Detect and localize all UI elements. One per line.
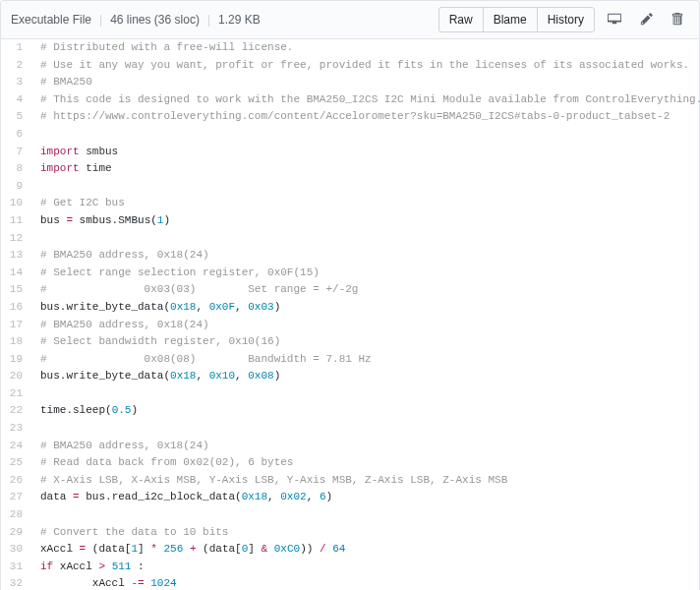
line-content: xAccl = (data[1] * 256 + (data[0] & 0xC0… bbox=[32, 541, 700, 559]
line-number[interactable]: 29 bbox=[1, 524, 32, 542]
line-content: # 0x08(08) Bandwidth = 7.81 Hz bbox=[32, 351, 700, 369]
file-header: Executable File | 46 lines (36 sloc) | 1… bbox=[0, 0, 700, 39]
line-content: # 0x03(03) Set range = +/-2g bbox=[32, 281, 700, 299]
line-number[interactable]: 7 bbox=[1, 144, 32, 161]
pencil-icon bbox=[640, 12, 654, 29]
line-number[interactable]: 6 bbox=[1, 126, 32, 144]
line-content: # Distributed with a free-will license. bbox=[32, 39, 700, 57]
edit-button[interactable] bbox=[634, 9, 660, 31]
trash-icon bbox=[671, 12, 683, 29]
code-line: 23 bbox=[1, 420, 700, 438]
executable-label: Executable File bbox=[11, 13, 91, 27]
line-number[interactable]: 30 bbox=[1, 541, 32, 559]
code-line: 1# Distributed with a free-will license. bbox=[1, 39, 700, 57]
code-line: 12 bbox=[1, 230, 700, 248]
line-number[interactable]: 13 bbox=[1, 247, 32, 265]
line-number[interactable]: 2 bbox=[1, 57, 32, 75]
line-content: if xAccl > 511 : bbox=[32, 559, 700, 576]
desktop-icon bbox=[607, 12, 622, 29]
code-line: 28 bbox=[1, 506, 700, 524]
line-number[interactable]: 26 bbox=[1, 472, 32, 490]
code-line: 6 bbox=[1, 126, 700, 144]
line-number[interactable]: 20 bbox=[1, 368, 32, 385]
line-number[interactable]: 19 bbox=[1, 351, 32, 369]
line-content: # Select bandwidth register, 0x10(16) bbox=[32, 333, 700, 351]
code-line: 17# BMA250 address, 0x18(24) bbox=[1, 317, 700, 334]
size-label: 1.29 KB bbox=[218, 13, 261, 27]
code-line: 31if xAccl > 511 : bbox=[1, 559, 700, 576]
line-number[interactable]: 4 bbox=[1, 91, 32, 109]
code-line: 13# BMA250 address, 0x18(24) bbox=[1, 247, 700, 265]
line-content: # BMA250 address, 0x18(24) bbox=[32, 438, 700, 455]
line-number[interactable]: 18 bbox=[1, 333, 32, 351]
blame-button[interactable]: Blame bbox=[483, 7, 538, 32]
line-content: import time bbox=[32, 160, 700, 178]
code-line: 30xAccl = (data[1] * 256 + (data[0] & 0x… bbox=[1, 541, 700, 559]
line-content bbox=[32, 126, 700, 144]
line-number[interactable]: 12 bbox=[1, 230, 32, 248]
code-line: 25# Read data back from 0x02(02), 6 byte… bbox=[1, 454, 700, 472]
line-number[interactable]: 24 bbox=[1, 438, 32, 455]
line-content: # Get I2C bus bbox=[32, 195, 700, 212]
code-line: 18# Select bandwidth register, 0x10(16) bbox=[1, 333, 700, 351]
line-content: # Select range selection register, 0x0F(… bbox=[32, 265, 700, 282]
code-line: 20bus.write_byte_data(0x18, 0x10, 0x08) bbox=[1, 368, 700, 385]
code-line: 22time.sleep(0.5) bbox=[1, 402, 700, 420]
line-number[interactable]: 32 bbox=[1, 575, 32, 590]
code-line: 19# 0x08(08) Bandwidth = 7.81 Hz bbox=[1, 351, 700, 369]
line-content: bus.write_byte_data(0x18, 0x10, 0x08) bbox=[32, 368, 700, 385]
line-number[interactable]: 3 bbox=[1, 74, 32, 91]
line-number[interactable]: 15 bbox=[1, 281, 32, 299]
line-number[interactable]: 5 bbox=[1, 108, 32, 126]
divider: | bbox=[207, 13, 210, 27]
code-line: 14# Select range selection register, 0x0… bbox=[1, 265, 700, 282]
code-line: 5# https://www.controleverything.com/con… bbox=[1, 108, 700, 126]
file-info: Executable File | 46 lines (36 sloc) | 1… bbox=[11, 13, 261, 27]
code-line: 16bus.write_byte_data(0x18, 0x0F, 0x03) bbox=[1, 299, 700, 317]
line-content: # https://www.controleverything.com/cont… bbox=[32, 108, 700, 126]
line-number[interactable]: 21 bbox=[1, 385, 32, 403]
line-content: bus.write_byte_data(0x18, 0x0F, 0x03) bbox=[32, 299, 700, 317]
code-line: 29# Convert the data to 10 bits bbox=[1, 524, 700, 542]
line-content: # X-Axis LSB, X-Axis MSB, Y-Axis LSB, Y-… bbox=[32, 472, 700, 490]
code-line: 7import smbus bbox=[1, 144, 700, 161]
line-number[interactable]: 8 bbox=[1, 160, 32, 178]
line-number[interactable]: 16 bbox=[1, 299, 32, 317]
line-content bbox=[32, 230, 700, 248]
line-number[interactable]: 27 bbox=[1, 489, 32, 506]
line-number[interactable]: 1 bbox=[1, 39, 32, 57]
line-content bbox=[32, 178, 700, 196]
code-line: 2# Use it any way you want, profit or fr… bbox=[1, 57, 700, 75]
code-line: 3# BMA250 bbox=[1, 74, 700, 91]
line-number[interactable]: 14 bbox=[1, 265, 32, 282]
code-line: 27data = bus.read_i2c_block_data(0x18, 0… bbox=[1, 489, 700, 506]
code-line: 11bus = smbus.SMBus(1) bbox=[1, 212, 700, 230]
code-line: 9 bbox=[1, 178, 700, 196]
line-number[interactable]: 17 bbox=[1, 317, 32, 334]
delete-button[interactable] bbox=[666, 9, 689, 31]
line-content: # BMA250 address, 0x18(24) bbox=[32, 317, 700, 334]
line-number[interactable]: 9 bbox=[1, 178, 32, 196]
raw-button[interactable]: Raw bbox=[438, 7, 484, 32]
line-number[interactable]: 28 bbox=[1, 506, 32, 524]
code-line: 24# BMA250 address, 0x18(24) bbox=[1, 438, 700, 455]
code-line: 8import time bbox=[1, 160, 700, 178]
desktop-button[interactable] bbox=[601, 9, 628, 31]
code-line: 4# This code is designed to work with th… bbox=[1, 91, 700, 109]
line-content bbox=[32, 385, 700, 403]
line-number[interactable]: 31 bbox=[1, 559, 32, 576]
line-content: # Convert the data to 10 bits bbox=[32, 524, 700, 542]
line-number[interactable]: 10 bbox=[1, 195, 32, 212]
line-number[interactable]: 23 bbox=[1, 420, 32, 438]
line-content: # Read data back from 0x02(02), 6 bytes bbox=[32, 454, 700, 472]
view-button-group: Raw Blame History bbox=[438, 7, 595, 32]
code-line: 15# 0x03(03) Set range = +/-2g bbox=[1, 281, 700, 299]
line-content: import smbus bbox=[32, 144, 700, 161]
code-area: 1# Distributed with a free-will license.… bbox=[0, 39, 700, 590]
line-number[interactable]: 25 bbox=[1, 454, 32, 472]
line-number[interactable]: 11 bbox=[1, 212, 32, 230]
line-content: # This code is designed to work with the… bbox=[32, 91, 700, 109]
history-button[interactable]: History bbox=[537, 7, 595, 32]
line-number[interactable]: 22 bbox=[1, 402, 32, 420]
code-line: 26# X-Axis LSB, X-Axis MSB, Y-Axis LSB, … bbox=[1, 472, 700, 490]
